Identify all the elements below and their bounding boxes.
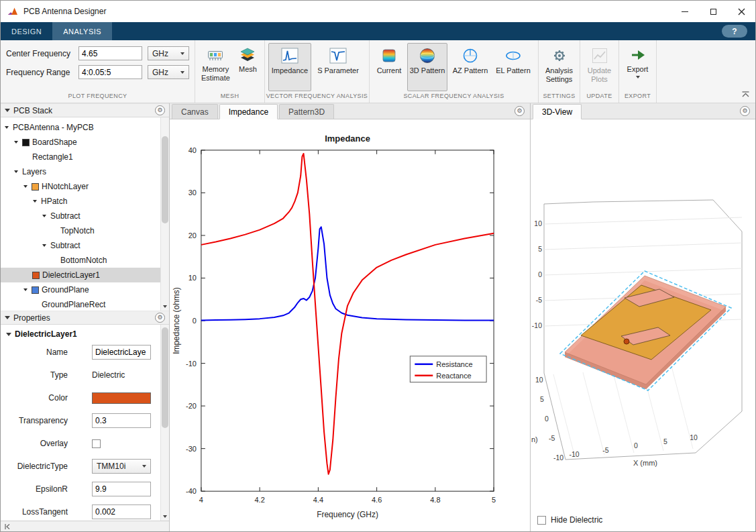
analysis-settings-button[interactable]: Analysis Settings — [542, 43, 576, 91]
property-row-type: TypeDielectric — [1, 364, 169, 386]
property-checkbox-overlay[interactable] — [92, 439, 101, 448]
collapse-left-panel-button[interactable] — [1, 521, 169, 531]
export-button[interactable]: Export — [623, 43, 653, 91]
scrollbar-thumb[interactable] — [162, 327, 168, 428]
close-icon — [738, 8, 745, 15]
tree-item-layers[interactable]: Layers — [1, 164, 169, 179]
properties-header[interactable]: Properties ⚙ — [1, 311, 169, 325]
expand-arrow-icon[interactable] — [14, 170, 18, 173]
gear-glyph: ⚙ — [157, 107, 162, 113]
section-update: Update Plots UPDATE — [580, 40, 619, 103]
frequency-range-input[interactable] — [78, 65, 142, 79]
property-input-name[interactable] — [92, 345, 151, 360]
impedance-button[interactable]: Impedance — [268, 43, 311, 91]
maximize-button[interactable] — [699, 1, 727, 22]
gear-icon[interactable]: ⚙ — [155, 105, 165, 115]
tree-item-subtract[interactable]: Subtract — [1, 209, 169, 223]
svg-text:30: 30 — [188, 189, 197, 197]
pcb-3d-view[interactable]: 10 5 0 -5 -10 10 5 0 -5 -10 -10 -5 0 5 — [531, 119, 755, 495]
collapse-toolstrip-button[interactable] — [741, 88, 750, 100]
tree-item-label: Layers — [22, 167, 46, 176]
svg-text:-5: -5 — [536, 296, 542, 304]
properties-object-header[interactable]: DielectricLayer1 — [1, 325, 169, 341]
tree-item-topnotch[interactable]: TopNotch — [1, 223, 169, 238]
button-label: Memory Estimate — [201, 65, 231, 83]
svg-text:-20: -20 — [186, 402, 197, 410]
expand-arrow-icon[interactable] — [23, 288, 28, 291]
property-input-epsilonr[interactable] — [92, 482, 151, 496]
hide-dielectric-checkbox[interactable] — [537, 516, 546, 525]
pcb-stack-header[interactable]: PCB Stack ⚙ — [1, 103, 169, 117]
scrollbar-thumb[interactable] — [162, 136, 168, 223]
gear-icon[interactable]: ⚙ — [740, 106, 750, 116]
tree-item-label: GroundPlaneRect — [42, 300, 105, 309]
property-input-losstangent[interactable] — [92, 504, 151, 519]
panel-tab-canvas[interactable]: Canvas — [172, 104, 218, 119]
svg-text:10: 10 — [188, 274, 197, 282]
tree-item-groundplanerect[interactable]: GroundPlaneRect — [1, 297, 169, 311]
tree-item-subtract[interactable]: Subtract — [1, 238, 169, 253]
tree-item-label: BoardShape — [32, 138, 77, 147]
button-label: Update Plots — [586, 66, 613, 84]
svg-text:-10: -10 — [532, 321, 542, 329]
update-plots-icon — [591, 47, 608, 64]
s-parameter-button[interactable]: S Parameter — [313, 43, 363, 91]
scroll-down-arrow[interactable] — [161, 302, 169, 311]
close-button[interactable] — [727, 1, 755, 22]
tree-item-groundplane[interactable]: GroundPlane — [1, 282, 169, 297]
az-pattern-button[interactable]: AZ Pattern — [449, 43, 491, 91]
el-pattern-button[interactable]: EL Pattern — [493, 43, 533, 91]
gear-icon[interactable]: ⚙ — [155, 313, 165, 323]
button-label: Impedance — [272, 66, 308, 75]
expand-arrow-icon[interactable] — [14, 141, 18, 144]
pattern-3d-button[interactable]: 3D Pattern — [407, 43, 447, 91]
property-row-transparency: Transparency — [1, 409, 169, 432]
properties-scrollbar[interactable] — [160, 325, 169, 521]
tree-item-bottomnotch[interactable]: BottomNotch — [1, 253, 169, 268]
property-label: Color — [1, 393, 68, 403]
ribbon-tab-analysis[interactable]: ANALYSIS — [52, 22, 112, 40]
center-frequency-unit-dropdown[interactable]: GHz — [148, 46, 189, 60]
mesh-icon — [239, 47, 256, 63]
tree-item-boardshape[interactable]: BoardShape — [1, 135, 169, 150]
minimize-button[interactable] — [671, 1, 699, 22]
tree-scrollbar[interactable] — [160, 117, 169, 311]
svg-text:4: 4 — [199, 496, 203, 504]
window-controls — [671, 1, 755, 22]
tree-item-rectangle1[interactable]: Rectangle1 — [1, 150, 169, 164]
tree-item-dielectriclayer1[interactable]: DielectricLayer1 — [1, 268, 169, 282]
tree-item-hpatch[interactable]: HPatch — [1, 194, 169, 209]
gear-icon[interactable]: ⚙ — [515, 106, 525, 116]
expand-arrow-icon[interactable] — [42, 215, 46, 217]
property-dropdown-dielectrictype[interactable]: TMM10i — [92, 459, 151, 474]
expand-arrow-icon[interactable] — [23, 185, 28, 188]
scroll-down-arrow[interactable] — [161, 512, 169, 521]
help-button[interactable]: ? — [722, 25, 747, 38]
center-tab-bar: CanvasImpedancePattern3D ⚙ — [170, 103, 530, 119]
tree-item-hnotchlayer[interactable]: HNotchLayer — [1, 179, 169, 194]
panel-tab-impedance[interactable]: Impedance — [219, 104, 278, 119]
tree-item-label: DielectricLayer1 — [42, 270, 100, 280]
svg-text:4.4: 4.4 — [313, 496, 323, 504]
frequency-range-unit-dropdown[interactable]: GHz — [148, 65, 189, 79]
section-label: VECTOR FREQUENCY ANALYSIS — [265, 92, 369, 103]
tree-item-label: HNotchLayer — [42, 182, 89, 191]
property-input-transparency[interactable] — [92, 413, 151, 428]
unit-value: GHz — [152, 68, 168, 77]
x-axis-label: Frequency (GHz) — [317, 510, 378, 519]
ribbon-tab-design[interactable]: DESIGN — [1, 22, 52, 40]
property-label: Type — [1, 370, 68, 380]
tree-item-pcbantenna-mypcb[interactable]: PCBAntenna - MyPCB — [1, 120, 169, 135]
property-swatch-color[interactable] — [92, 392, 151, 404]
memory-estimate-button[interactable]: Memory Estimate — [199, 43, 233, 91]
panel-tab-pattern3d[interactable]: Pattern3D — [279, 104, 334, 119]
expand-arrow-icon[interactable] — [33, 200, 37, 203]
chevron-down-icon — [180, 71, 184, 74]
panel-tab-3d-view[interactable]: 3D-View — [533, 104, 582, 119]
center-frequency-input[interactable] — [78, 46, 142, 60]
expand-arrow-icon[interactable] — [42, 244, 46, 247]
mesh-button[interactable]: Mesh — [235, 43, 261, 91]
expand-arrow-icon[interactable] — [5, 126, 9, 129]
current-button[interactable]: Current — [373, 43, 405, 91]
memory-estimate-icon — [207, 47, 224, 63]
